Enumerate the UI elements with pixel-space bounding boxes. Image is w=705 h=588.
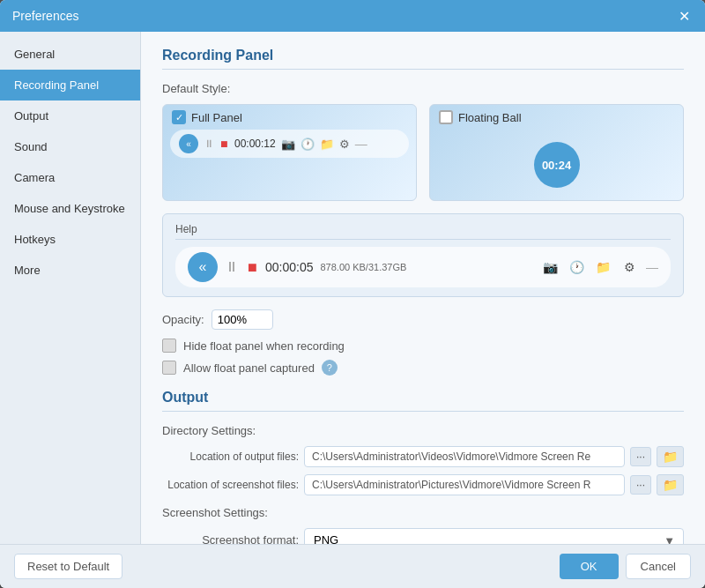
back-icon-sm[interactable]: « — [179, 134, 198, 153]
help-label: Help — [175, 223, 671, 240]
screenshot-settings-section: Screenshot Settings: Screenshot format: … — [162, 506, 684, 544]
bottom-bar: Reset to Default OK Cancel — [0, 544, 705, 588]
allow-float-label: Allow float panel captured — [183, 361, 315, 375]
floating-ball: 00:24 — [534, 142, 580, 188]
output-files-folder-button[interactable]: 📁 — [657, 446, 684, 467]
back-icon-md[interactable]: « — [188, 252, 218, 282]
camera-icon-md[interactable]: 📷 — [540, 257, 560, 277]
screenshot-settings-label: Screenshot Settings: — [162, 506, 684, 519]
full-panel-time: 00:00:12 — [234, 138, 276, 150]
default-style-label: Default Style: — [162, 82, 684, 95]
output-files-input[interactable] — [304, 446, 625, 467]
screenshot-format-select[interactable]: PNG JPG BMP GIF — [304, 528, 684, 544]
allow-float-checkbox[interactable] — [162, 361, 176, 375]
help-file-size: 878.00 KB/31.37GB — [321, 262, 407, 272]
content-area: General Recording Panel Output Sound Cam… — [0, 32, 705, 544]
screenshot-files-row: Location of screenshot files: ··· 📁 — [162, 474, 684, 495]
opacity-row: Opacity: — [162, 309, 684, 330]
allow-float-row: Allow float panel captured ? — [162, 360, 684, 376]
preferences-dialog: Preferences ✕ General Recording Panel Ou… — [0, 0, 705, 588]
main-panel: Recording Panel Default Style: ✓ Full Pa… — [141, 32, 705, 544]
bottom-right-buttons: OK Cancel — [560, 554, 691, 579]
screenshot-files-input[interactable] — [304, 474, 625, 495]
stop-icon-md: ⏹ — [246, 260, 258, 274]
help-time: 00:00:05 — [265, 260, 314, 274]
sidebar-item-hotkeys[interactable]: Hotkeys — [0, 224, 140, 255]
hide-float-row: Hide float panel when recording — [162, 339, 684, 353]
floating-ball-header: Floating Ball — [430, 105, 683, 130]
cancel-button[interactable]: Cancel — [626, 554, 691, 579]
output-files-dots-button[interactable]: ··· — [630, 447, 651, 466]
title-bar: Preferences ✕ — [0, 0, 705, 32]
sidebar-item-more[interactable]: More — [0, 255, 140, 286]
settings-icon-sm: ⚙ — [339, 138, 350, 151]
clock-icon-md[interactable]: 🕐 — [567, 257, 586, 277]
sidebar-item-output[interactable]: Output — [0, 100, 140, 131]
style-cards: ✓ Full Panel « ⏸ ⏹ 00:00:12 📷 🕐 📁 ⚙ — — [162, 104, 684, 201]
help-tooltip-icon: ? — [322, 360, 338, 376]
reset-default-button[interactable]: Reset to Default — [14, 554, 122, 579]
floating-ball-label: Floating Ball — [458, 111, 522, 124]
ok-button[interactable]: OK — [560, 554, 619, 579]
sidebar-item-sound[interactable]: Sound — [0, 131, 140, 162]
output-title: Output — [162, 390, 684, 412]
floating-ball-card[interactable]: Floating Ball 00:24 — [429, 104, 684, 201]
close-button[interactable]: ✕ — [675, 7, 693, 25]
directory-settings-label: Directory Settings: — [162, 424, 684, 437]
folder-icon-md[interactable]: 📁 — [593, 257, 612, 277]
sidebar-item-mouse-keystroke[interactable]: Mouse and Keystroke — [0, 193, 140, 224]
full-panel-card[interactable]: ✓ Full Panel « ⏸ ⏹ 00:00:12 📷 🕐 📁 ⚙ — — [162, 104, 417, 201]
minimize-icon-md: — — [646, 261, 658, 273]
dialog-title: Preferences — [12, 9, 78, 23]
screenshot-format-label: Screenshot format: — [162, 533, 299, 544]
opacity-label: Opacity: — [162, 313, 204, 326]
full-panel-bar: « ⏸ ⏹ 00:00:12 📷 🕐 📁 ⚙ — — [170, 130, 409, 158]
hide-float-label: Hide float panel when recording — [183, 339, 345, 353]
output-files-row: Location of output files: ··· 📁 — [162, 446, 684, 467]
sidebar: General Recording Panel Output Sound Cam… — [0, 32, 141, 544]
settings-icon-md[interactable]: ⚙ — [620, 257, 639, 277]
pause-icon-md: ⏸ — [225, 259, 239, 275]
screenshot-format-wrapper: PNG JPG BMP GIF ▼ — [304, 528, 684, 544]
camera-icon-sm: 📷 — [281, 138, 295, 151]
clock-icon-sm: 🕐 — [301, 138, 315, 151]
full-panel-label: Full Panel — [191, 111, 242, 124]
floating-ball-display: 00:24 — [430, 130, 683, 200]
floating-ball-checkbox[interactable] — [439, 110, 453, 124]
full-panel-header: ✓ Full Panel — [163, 105, 416, 130]
screenshot-files-folder-button[interactable]: 📁 — [657, 474, 684, 495]
pause-icon-sm: ⏸ — [204, 138, 214, 150]
sidebar-item-general[interactable]: General — [0, 39, 140, 70]
hide-float-checkbox[interactable] — [162, 339, 176, 353]
recording-panel-title: Recording Panel — [162, 48, 684, 70]
full-panel-checkbox[interactable]: ✓ — [172, 110, 186, 124]
output-files-label: Location of output files: — [162, 450, 299, 463]
screenshot-files-dots-button[interactable]: ··· — [630, 475, 651, 495]
output-section: Output Directory Settings: Location of o… — [162, 390, 684, 544]
opacity-input[interactable] — [212, 309, 273, 330]
sidebar-item-recording-panel[interactable]: Recording Panel — [0, 70, 140, 100]
folder-icon-sm: 📁 — [320, 138, 334, 151]
help-bar: « ⏸ ⏹ 00:00:05 878.00 KB/31.37GB 📷 🕐 📁 ⚙… — [175, 247, 671, 287]
help-section: Help « ⏸ ⏹ 00:00:05 878.00 KB/31.37GB 📷 … — [162, 213, 684, 297]
screenshot-format-row: Screenshot format: PNG JPG BMP GIF ▼ — [162, 528, 684, 544]
sidebar-item-camera[interactable]: Camera — [0, 162, 140, 193]
stop-icon-sm: ⏹ — [219, 138, 229, 149]
screenshot-files-label: Location of screenshot files: — [162, 479, 299, 491]
minimize-icon-sm: — — [355, 138, 367, 150]
